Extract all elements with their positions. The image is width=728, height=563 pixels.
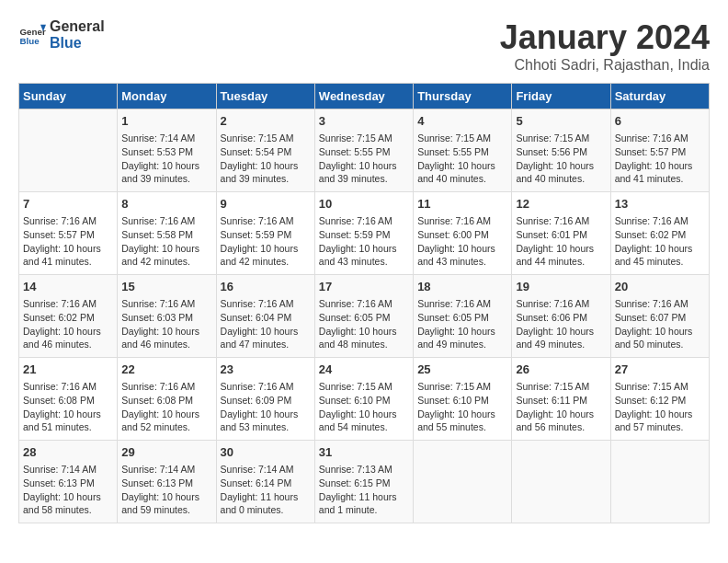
calendar-cell: [610, 441, 709, 523]
day-info: Sunrise: 7:16 AM Sunset: 5:58 PM Dayligh…: [121, 214, 211, 269]
day-number: 19: [516, 279, 606, 295]
day-number: 4: [417, 113, 507, 130]
calendar-cell: 26Sunrise: 7:15 AM Sunset: 6:11 PM Dayli…: [512, 358, 610, 441]
day-number: 3: [319, 113, 409, 130]
calendar-cell: [414, 441, 512, 523]
day-info: Sunrise: 7:16 AM Sunset: 5:57 PM Dayligh…: [23, 214, 113, 269]
calendar-cell: 1Sunrise: 7:14 AM Sunset: 5:53 PM Daylig…: [118, 109, 216, 192]
day-info: Sunrise: 7:15 AM Sunset: 5:54 PM Dayligh…: [221, 132, 311, 186]
calendar-cell: 10Sunrise: 7:16 AM Sunset: 5:59 PM Dayli…: [314, 192, 413, 275]
day-number: 1: [121, 113, 211, 130]
calendar-cell: 12Sunrise: 7:16 AM Sunset: 6:01 PM Dayli…: [512, 192, 610, 275]
day-number: 15: [121, 279, 211, 295]
day-number: 25: [417, 362, 507, 378]
calendar-cell: 30Sunrise: 7:14 AM Sunset: 6:14 PM Dayli…: [216, 441, 314, 523]
calendar-cell: 9Sunrise: 7:16 AM Sunset: 5:59 PM Daylig…: [216, 192, 314, 275]
calendar-cell: 3Sunrise: 7:15 AM Sunset: 5:55 PM Daylig…: [314, 109, 413, 192]
col-thursday: Thursday: [414, 84, 512, 109]
calendar-cell: 28Sunrise: 7:14 AM Sunset: 6:13 PM Dayli…: [19, 441, 118, 523]
calendar-cell: 18Sunrise: 7:16 AM Sunset: 6:05 PM Dayli…: [414, 275, 512, 358]
day-info: Sunrise: 7:16 AM Sunset: 6:09 PM Dayligh…: [221, 380, 311, 434]
day-info: Sunrise: 7:14 AM Sunset: 5:53 PM Dayligh…: [121, 132, 211, 186]
day-info: Sunrise: 7:15 AM Sunset: 6:11 PM Dayligh…: [516, 380, 606, 434]
day-number: 2: [221, 113, 311, 130]
day-info: Sunrise: 7:15 AM Sunset: 5:55 PM Dayligh…: [319, 132, 409, 186]
day-info: Sunrise: 7:16 AM Sunset: 6:04 PM Dayligh…: [221, 297, 311, 351]
calendar-table: Sunday Monday Tuesday Wednesday Thursday…: [18, 83, 710, 523]
calendar-cell: 22Sunrise: 7:16 AM Sunset: 6:08 PM Dayli…: [118, 358, 216, 441]
day-info: Sunrise: 7:16 AM Sunset: 5:59 PM Dayligh…: [319, 214, 409, 269]
calendar-cell: 11Sunrise: 7:16 AM Sunset: 6:00 PM Dayli…: [414, 192, 512, 275]
calendar-cell: 27Sunrise: 7:15 AM Sunset: 6:12 PM Dayli…: [610, 358, 709, 441]
day-info: Sunrise: 7:16 AM Sunset: 6:05 PM Dayligh…: [417, 297, 507, 351]
day-info: Sunrise: 7:15 AM Sunset: 6:10 PM Dayligh…: [417, 380, 507, 434]
calendar-cell: 8Sunrise: 7:16 AM Sunset: 5:58 PM Daylig…: [118, 192, 216, 275]
calendar-row-2: 7Sunrise: 7:16 AM Sunset: 5:57 PM Daylig…: [19, 192, 710, 275]
calendar-cell: 23Sunrise: 7:16 AM Sunset: 6:09 PM Dayli…: [216, 358, 314, 441]
calendar-cell: 15Sunrise: 7:16 AM Sunset: 6:03 PM Dayli…: [118, 275, 216, 358]
day-number: 31: [319, 444, 409, 461]
day-number: 26: [516, 362, 606, 378]
day-info: Sunrise: 7:15 AM Sunset: 5:56 PM Dayligh…: [516, 132, 606, 186]
day-number: 22: [121, 362, 211, 378]
day-info: Sunrise: 7:16 AM Sunset: 6:07 PM Dayligh…: [615, 297, 705, 351]
day-number: 24: [319, 362, 409, 378]
day-info: Sunrise: 7:14 AM Sunset: 6:13 PM Dayligh…: [121, 463, 211, 517]
calendar-cell: 20Sunrise: 7:16 AM Sunset: 6:07 PM Dayli…: [610, 275, 709, 358]
day-number: 11: [417, 196, 507, 213]
col-sunday: Sunday: [19, 84, 118, 109]
calendar-cell: 29Sunrise: 7:14 AM Sunset: 6:13 PM Dayli…: [118, 441, 216, 523]
calendar-cell: 16Sunrise: 7:16 AM Sunset: 6:04 PM Dayli…: [216, 275, 314, 358]
svg-text:Blue: Blue: [20, 35, 40, 45]
calendar-cell: [19, 109, 118, 192]
day-info: Sunrise: 7:15 AM Sunset: 6:12 PM Dayligh…: [615, 380, 705, 434]
header-row: Sunday Monday Tuesday Wednesday Thursday…: [19, 84, 710, 109]
day-info: Sunrise: 7:16 AM Sunset: 6:08 PM Dayligh…: [121, 380, 211, 434]
calendar-cell: 2Sunrise: 7:15 AM Sunset: 5:54 PM Daylig…: [216, 109, 314, 192]
day-number: 12: [516, 196, 606, 213]
page-header: General Blue General Blue January 2024 C…: [18, 18, 710, 74]
col-monday: Monday: [118, 84, 216, 109]
calendar-row-3: 14Sunrise: 7:16 AM Sunset: 6:02 PM Dayli…: [19, 275, 710, 358]
day-number: 20: [615, 279, 705, 295]
day-info: Sunrise: 7:16 AM Sunset: 6:06 PM Dayligh…: [516, 297, 606, 351]
day-number: 14: [23, 279, 113, 295]
day-number: 28: [23, 444, 113, 461]
calendar-cell: [512, 441, 610, 523]
day-number: 29: [121, 444, 211, 461]
calendar-row-4: 21Sunrise: 7:16 AM Sunset: 6:08 PM Dayli…: [19, 358, 710, 441]
day-info: Sunrise: 7:16 AM Sunset: 6:05 PM Dayligh…: [319, 297, 409, 351]
day-info: Sunrise: 7:16 AM Sunset: 6:00 PM Dayligh…: [417, 214, 507, 269]
day-number: 7: [23, 196, 113, 213]
day-number: 16: [221, 279, 311, 295]
day-number: 10: [319, 196, 409, 213]
day-number: 13: [615, 196, 705, 213]
logo-text: General Blue: [50, 18, 105, 51]
calendar-cell: 17Sunrise: 7:16 AM Sunset: 6:05 PM Dayli…: [314, 275, 413, 358]
location-subtitle: Chhoti Sadri, Rajasthan, India: [500, 57, 710, 74]
col-tuesday: Tuesday: [216, 84, 314, 109]
day-number: 23: [221, 362, 311, 378]
day-number: 17: [319, 279, 409, 295]
day-info: Sunrise: 7:16 AM Sunset: 6:02 PM Dayligh…: [23, 297, 113, 351]
day-info: Sunrise: 7:13 AM Sunset: 6:15 PM Dayligh…: [319, 463, 409, 517]
calendar-cell: 7Sunrise: 7:16 AM Sunset: 5:57 PM Daylig…: [19, 192, 118, 275]
day-number: 8: [121, 196, 211, 213]
day-info: Sunrise: 7:16 AM Sunset: 6:08 PM Dayligh…: [23, 380, 113, 434]
title-block: January 2024 Chhoti Sadri, Rajasthan, In…: [500, 18, 710, 74]
day-number: 9: [221, 196, 311, 213]
col-saturday: Saturday: [610, 84, 709, 109]
calendar-cell: 6Sunrise: 7:16 AM Sunset: 5:57 PM Daylig…: [610, 109, 709, 192]
calendar-cell: 4Sunrise: 7:15 AM Sunset: 5:55 PM Daylig…: [414, 109, 512, 192]
day-number: 21: [23, 362, 113, 378]
calendar-cell: 14Sunrise: 7:16 AM Sunset: 6:02 PM Dayli…: [19, 275, 118, 358]
day-info: Sunrise: 7:16 AM Sunset: 6:03 PM Dayligh…: [121, 297, 211, 351]
day-info: Sunrise: 7:15 AM Sunset: 5:55 PM Dayligh…: [417, 132, 507, 186]
day-number: 27: [615, 362, 705, 378]
calendar-cell: 5Sunrise: 7:15 AM Sunset: 5:56 PM Daylig…: [512, 109, 610, 192]
calendar-cell: 21Sunrise: 7:16 AM Sunset: 6:08 PM Dayli…: [19, 358, 118, 441]
day-number: 5: [516, 113, 606, 130]
col-wednesday: Wednesday: [314, 84, 413, 109]
calendar-cell: 25Sunrise: 7:15 AM Sunset: 6:10 PM Dayli…: [414, 358, 512, 441]
day-info: Sunrise: 7:15 AM Sunset: 6:10 PM Dayligh…: [319, 380, 409, 434]
